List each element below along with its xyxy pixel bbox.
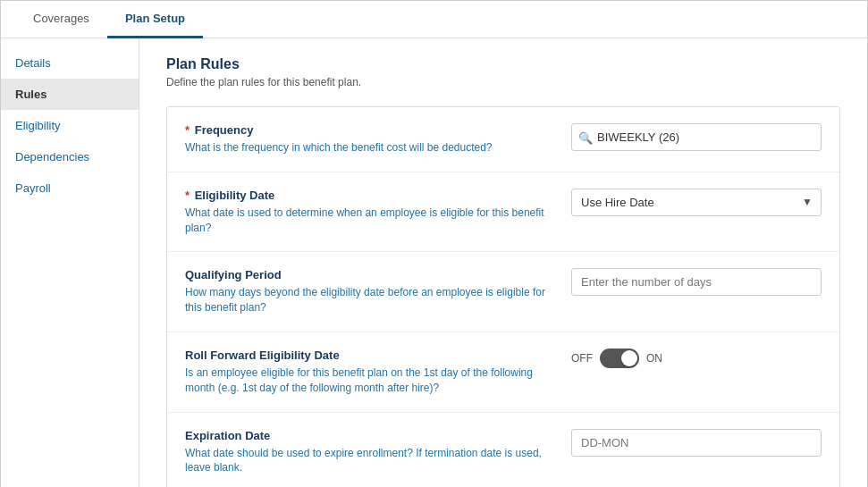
top-tabs: Coverages Plan Setup — [1, 1, 867, 38]
sidebar-item-dependencies[interactable]: Dependencies — [1, 141, 139, 172]
frequency-search-input[interactable] — [571, 123, 822, 151]
rule-row-frequency: * Frequency What is the frequency in whi… — [167, 107, 839, 172]
expiration-date-input[interactable] — [571, 429, 822, 457]
rule-description-frequency: What is the frequency in which the benef… — [185, 140, 553, 155]
frequency-search-wrap: 🔍 — [571, 123, 822, 151]
rule-description-qualifying-period: How many days beyond the eligibility dat… — [185, 285, 553, 315]
rule-label-roll-forward: Roll Forward Eligibility Date — [185, 348, 553, 362]
rule-label-col-qualifying-period: Qualifying Period How many days beyond t… — [185, 268, 553, 315]
main-content: Details Rules Eligibility Dependencies P… — [1, 38, 867, 487]
rule-row-qualifying-period: Qualifying Period How many days beyond t… — [167, 252, 839, 332]
sidebar-item-details[interactable]: Details — [1, 47, 139, 79]
rules-card: * Frequency What is the frequency in whi… — [166, 106, 840, 487]
roll-forward-toggle[interactable] — [600, 348, 639, 368]
rule-control-roll-forward: OFF ON — [571, 348, 822, 368]
rule-label-frequency: * Frequency — [185, 123, 553, 137]
toggle-off-label: OFF — [571, 352, 593, 365]
rule-description-eligibility-date: What date is used to determine when an e… — [185, 206, 553, 236]
rule-row-roll-forward: Roll Forward Eligibility Date Is an empl… — [167, 332, 839, 413]
rule-control-eligibility-date: Use Hire Date Use Start Date Use Birth D… — [571, 189, 822, 216]
roll-forward-toggle-wrap: OFF ON — [571, 348, 662, 368]
eligibility-date-select-wrap: Use Hire Date Use Start Date Use Birth D… — [571, 189, 822, 216]
rule-description-expiration-date: What date should be used to expire enrol… — [185, 446, 553, 476]
page-title: Plan Rules — [166, 56, 840, 72]
toggle-on-label: ON — [646, 352, 662, 365]
rule-label-col-frequency: * Frequency What is the frequency in whi… — [185, 123, 553, 155]
rule-label-col-expiration-date: Expiration Date What date should be used… — [185, 429, 553, 476]
rule-control-qualifying-period — [571, 268, 822, 296]
required-indicator-eligibility: * — [185, 189, 190, 202]
rule-description-roll-forward: Is an employee eligible for this benefit… — [185, 365, 553, 396]
rule-label-col-roll-forward: Roll Forward Eligibility Date Is an empl… — [185, 348, 553, 396]
rule-label-qualifying-period: Qualifying Period — [185, 268, 553, 281]
page-subtitle: Define the plan rules for this benefit p… — [166, 76, 840, 88]
required-indicator-frequency: * — [185, 123, 190, 137]
rule-control-frequency: 🔍 — [571, 123, 822, 151]
tab-plan-setup[interactable]: Plan Setup — [107, 1, 203, 38]
rule-label-expiration-date: Expiration Date — [185, 429, 553, 442]
sidebar-item-payroll[interactable]: Payroll — [1, 172, 139, 204]
rule-label-col-eligibility-date: * Eligibility Date What date is used to … — [185, 189, 553, 236]
rule-label-eligibility-date: * Eligibility Date — [185, 189, 553, 202]
sidebar-item-eligibility[interactable]: Eligibility — [1, 110, 139, 141]
rule-row-eligibility-date: * Eligibility Date What date is used to … — [167, 172, 839, 253]
tab-coverages[interactable]: Coverages — [15, 1, 107, 38]
rule-row-expiration-date: Expiration Date What date should be used… — [167, 413, 839, 487]
rule-control-expiration-date — [571, 429, 822, 457]
toggle-thumb — [621, 350, 637, 366]
sidebar: Details Rules Eligibility Dependencies P… — [1, 38, 139, 487]
eligibility-date-select[interactable]: Use Hire Date Use Start Date Use Birth D… — [571, 189, 822, 216]
sidebar-item-rules[interactable]: Rules — [1, 79, 139, 110]
qualifying-period-input[interactable] — [571, 268, 822, 296]
content-area: Plan Rules Define the plan rules for thi… — [139, 38, 867, 487]
app-container: Coverages Plan Setup Details Rules Eligi… — [0, 0, 868, 487]
search-icon: 🔍 — [578, 130, 593, 144]
